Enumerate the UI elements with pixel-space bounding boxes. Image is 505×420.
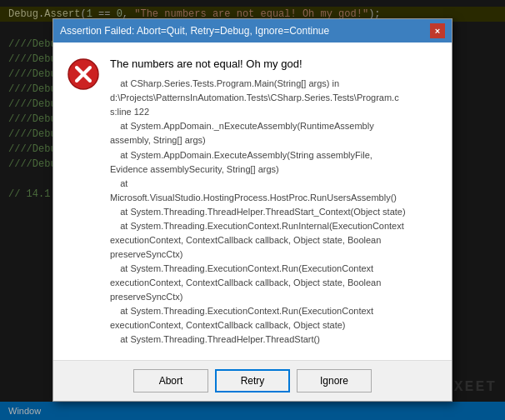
stack-trace: at CSharp.Series.Tests.Program.Main(Stri…	[110, 77, 438, 347]
dialog-title: Assertion Failed: Abort=Quit, Retry=Debu…	[60, 25, 329, 37]
dialog-footer: Abort Retry Ignore	[53, 360, 452, 401]
assertion-dialog: Assertion Failed: Abort=Quit, Retry=Debu…	[52, 18, 452, 402]
abort-button[interactable]: Abort	[133, 369, 208, 392]
dialog-body: The numbers are not equal! Oh my god! at…	[53, 42, 452, 360]
ignore-button[interactable]: Ignore	[297, 369, 372, 392]
dialog-content: The numbers are not equal! Oh my god! at…	[67, 56, 438, 347]
dialog-titlebar: Assertion Failed: Abort=Quit, Retry=Debu…	[53, 19, 452, 42]
main-message: The numbers are not equal! Oh my god!	[110, 56, 438, 72]
error-icon	[67, 58, 100, 91]
dialog-close-button[interactable]: ×	[430, 23, 445, 38]
dialog-message: The numbers are not equal! Oh my god! at…	[110, 56, 438, 347]
modal-overlay: Assertion Failed: Abort=Quit, Retry=Debu…	[0, 0, 505, 420]
retry-button[interactable]: Retry	[215, 369, 290, 392]
